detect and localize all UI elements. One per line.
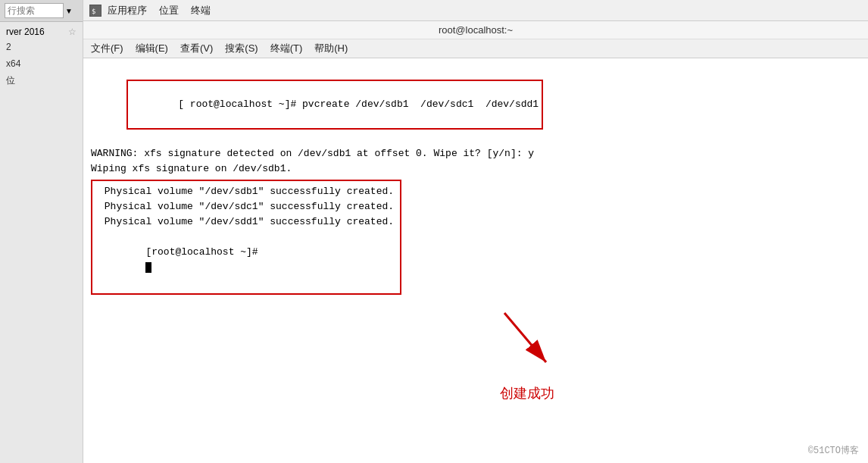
sidebar-item-label-2: x64 [6,58,20,69]
prompt-line: [root@localhost ~]# [98,230,394,290]
star-icon-0[interactable]: ☆ [68,27,76,37]
arrow-icon [489,305,565,381]
sidebar-item-label-0: rver 2016 [6,27,45,37]
menu-file[interactable]: 文件(F) [89,42,125,55]
terminal-title-bar: root@localhost:~ [83,21,868,39]
terminal-title: root@localhost:~ [439,24,513,36]
svg-text:$: $ [92,8,95,15]
sidebar-item-label-3: 位 [6,75,15,86]
cmd-text: [ root@localhost ~]# pvcreate /dev/sdb1 … [178,99,539,110]
menu-item-apps[interactable]: 应用程序 [106,4,148,17]
menu-search[interactable]: 搜索(S) [223,42,259,55]
sidebar-search-bar[interactable]: ▼ [0,0,83,22]
wiping-line: Wiping xfs signature on /dev/sdb1. [91,161,860,177]
search-input[interactable] [5,3,64,18]
terminal-menu-bar: 文件(F) 编辑(E) 查看(V) 搜索(S) 终端(T) 帮助(H) [83,39,868,58]
svg-line-3 [504,313,546,362]
system-menu-bar: $ 应用程序 位置 终端 [83,0,868,21]
output-highlight-box: Physical volume "/dev/sdb1" successfully… [91,180,401,295]
sidebar: ▼ rver 2016 ☆ 2 x64 位 [0,0,83,463]
menu-edit[interactable]: 编辑(E) [134,42,170,55]
menu-view[interactable]: 查看(V) [179,42,214,55]
menu-item-terminal-top[interactable]: 终端 [189,4,212,17]
main-content: $ 应用程序 位置 终端 root@localhost:~ 文件(F) 编辑(E… [83,0,868,463]
annotation-area: 创建成功 [489,305,565,402]
pv2-line: Physical volume "/dev/sdc1" successfully… [98,199,394,214]
cmd-highlight-box: [ root@localhost ~]# pvcreate /dev/sdb1 … [126,80,543,130]
annotation-text: 创建成功 [500,384,554,402]
sidebar-item-3: 位 [0,72,83,89]
sidebar-item-label-1: 2 [6,42,11,52]
terminal-app-icon: $ [89,5,101,17]
menu-help[interactable]: 帮助(H) [313,42,349,55]
menu-terminal[interactable]: 终端(T) [269,42,304,55]
watermark: ©51CTO博客 [808,444,859,457]
menu-item-location[interactable]: 位置 [158,4,180,17]
pv1-line: Physical volume "/dev/sdb1" successfully… [98,184,394,199]
terminal-output[interactable]: [ root@localhost ~]# pvcreate /dev/sdb1 … [83,58,868,463]
warning-line: WARNING: xfs signature detected on /dev/… [91,146,860,161]
sidebar-items-list: rver 2016 ☆ 2 x64 位 [0,22,83,92]
sidebar-item-0: rver 2016 ☆ [0,25,83,39]
top-menu-bar: 应用程序 位置 终端 [106,4,212,17]
command-line: [ root@localhost ~]# pvcreate /dev/sdb1 … [91,64,860,146]
search-dropdown-icon[interactable]: ▼ [65,7,73,15]
cursor-block [145,262,151,273]
sidebar-item-1: 2 [0,39,83,55]
pv3-line: Physical volume "/dev/sdd1" successfully… [98,214,394,230]
sidebar-item-2: x64 [0,55,83,72]
